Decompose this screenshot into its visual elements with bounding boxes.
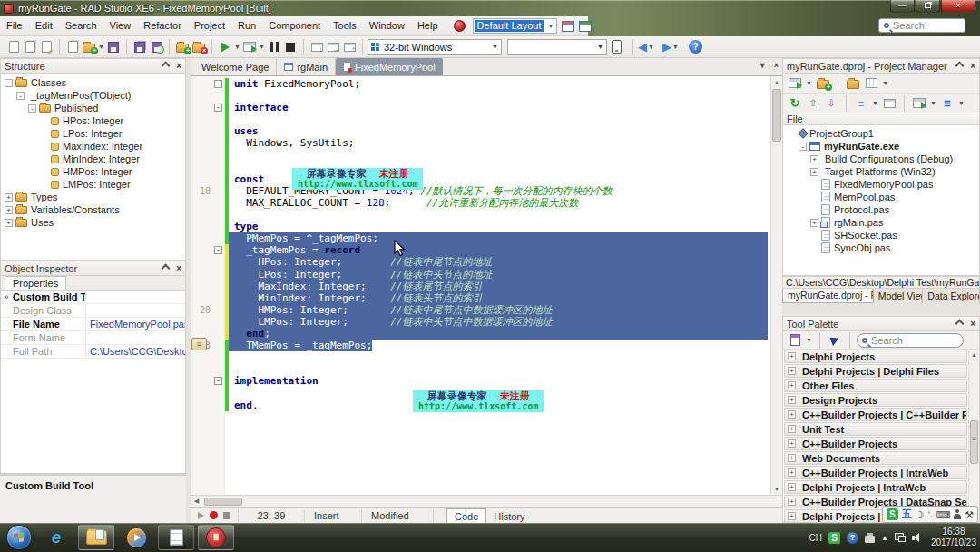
- editor-horizontal-scrollbar[interactable]: ◀: [191, 495, 782, 507]
- menu-run[interactable]: Run: [231, 16, 262, 35]
- structure-node[interactable]: -Published: [1, 102, 185, 114]
- palette-category[interactable]: +Delphi Projects: [784, 350, 967, 363]
- property-row[interactable]: Form Name: [1, 331, 185, 345]
- code-line[interactable]: Windows, SysUtils;: [191, 137, 770, 149]
- palette-category[interactable]: +Design Projects: [784, 393, 967, 407]
- scroll-down-icon[interactable]: ▼: [771, 483, 782, 495]
- code-editor[interactable]: -unit FixedMemoryPool;-interfaceuses Win…: [191, 76, 782, 495]
- printer-tray-icon[interactable]: [865, 536, 875, 543]
- expand-icon[interactable]: +: [788, 352, 796, 360]
- code-line[interactable]: - _tagMemPos = record: [191, 244, 770, 256]
- project-node[interactable]: +Build Configurations (Debug): [783, 153, 979, 165]
- editor-tab-welcome-page[interactable]: Welcome Page: [191, 58, 277, 75]
- project-manager-header[interactable]: myRunGate.dproj - Project Manager ×: [783, 59, 979, 74]
- expand-icon[interactable]: +: [788, 498, 796, 506]
- close-tab-icon[interactable]: ×: [774, 61, 779, 70]
- code-line[interactable]: 10 DEFAULT_MEMORY_COUNT = 1024; //默认情况下，…: [191, 185, 770, 197]
- code-line[interactable]: [191, 150, 770, 162]
- pin-icon[interactable]: [956, 320, 965, 329]
- code-line[interactable]: LMPos: Integer; //链表中头节点中数据缓冲区的地址: [191, 316, 770, 328]
- close-icon[interactable]: ×: [970, 62, 975, 71]
- save-all-button[interactable]: [132, 39, 148, 55]
- pin-icon[interactable]: [956, 62, 965, 71]
- platforms-button[interactable]: ≣: [939, 95, 956, 112]
- step-over-button[interactable]: →: [325, 39, 341, 55]
- expand-icon[interactable]: +: [788, 512, 796, 520]
- code-line[interactable]: MinIndex: Integer; //链表头节点的索引: [191, 292, 770, 304]
- code-line[interactable]: [191, 363, 770, 375]
- build-button[interactable]: [881, 95, 897, 112]
- fold-collapse-icon[interactable]: -: [214, 80, 222, 88]
- add-to-project-button[interactable]: +: [174, 39, 191, 55]
- expand-icon[interactable]: +: [5, 206, 13, 214]
- code-line[interactable]: MaxIndex: Integer; //链表尾节点的索引: [191, 281, 770, 292]
- property-value[interactable]: [86, 291, 185, 303]
- structure-node[interactable]: MinIndex: Integer: [1, 153, 185, 165]
- project-node[interactable]: MemPool.pas: [783, 191, 979, 203]
- ime-user-icon[interactable]: [954, 509, 961, 519]
- palette-category[interactable]: +Web Documents: [784, 451, 967, 465]
- move-up-button[interactable]: ⇧: [805, 95, 821, 112]
- pm-tab-3[interactable]: Data Explorer: [923, 289, 980, 303]
- palette-search-box[interactable]: Search: [857, 333, 964, 348]
- expand-icon[interactable]: +: [810, 155, 818, 163]
- palette-category[interactable]: +Unit Test: [784, 422, 967, 436]
- project-node[interactable]: FixedMemoryPool.pas: [783, 178, 979, 191]
- code-line[interactable]: 23 TMemPos = _tagMemPos;: [191, 340, 770, 351]
- open-recent-button[interactable]: +: [81, 39, 97, 55]
- property-value[interactable]: FixedMemoryPool.pas: [86, 318, 185, 330]
- ime-softkeyboard-icon[interactable]: ⌨: [936, 509, 951, 520]
- structure-node[interactable]: HPos: Integer: [1, 114, 185, 127]
- expand-icon[interactable]: +: [788, 454, 796, 462]
- menu-component[interactable]: Component: [262, 16, 327, 35]
- close-icon[interactable]: ×: [176, 264, 181, 273]
- pause-button[interactable]: [266, 39, 282, 55]
- property-value[interactable]: [86, 331, 185, 344]
- project-node[interactable]: SHSocket.pas: [783, 229, 979, 242]
- trace-into-button[interactable]: ↓: [309, 39, 325, 55]
- object-inspector-header[interactable]: Object Inspector ×: [1, 261, 185, 276]
- structure-node[interactable]: LPos: Integer: [1, 127, 185, 140]
- expand-icon[interactable]: +: [788, 396, 796, 404]
- code-line[interactable]: -interface: [191, 102, 770, 113]
- close-icon[interactable]: ×: [970, 320, 975, 329]
- open-folder-button[interactable]: [845, 75, 861, 92]
- taskbar-clock[interactable]: 16:38 2017/10/23: [931, 527, 976, 548]
- code-line[interactable]: [191, 113, 770, 125]
- terminate-button[interactable]: [282, 39, 299, 55]
- fold-collapse-icon[interactable]: -: [214, 246, 222, 254]
- collapse-icon[interactable]: -: [28, 104, 36, 113]
- structure-node[interactable]: -Classes: [1, 76, 185, 89]
- structure-node[interactable]: +Variables/Constants: [1, 203, 185, 216]
- expand-icon[interactable]: +: [788, 425, 796, 433]
- expand-icon[interactable]: +: [788, 367, 796, 375]
- minimize-button[interactable]: —: [890, 0, 915, 13]
- collapse-icon[interactable]: -: [5, 79, 13, 87]
- ide-search-box[interactable]: Search: [878, 18, 965, 33]
- pin-icon[interactable]: [162, 264, 171, 273]
- back-history-dropdown-icon[interactable]: ▼: [647, 44, 655, 50]
- palette-category[interactable]: +Delphi Projects | Delphi Files: [784, 364, 967, 378]
- open-file-button[interactable]: [22, 39, 38, 55]
- property-row[interactable]: Full PathC:\Users\CCG\Desktop\Delp: [1, 345, 185, 359]
- code-line[interactable]: type: [191, 221, 770, 232]
- menu-search[interactable]: Search: [59, 16, 103, 35]
- collapse-icon[interactable]: -: [16, 92, 24, 100]
- code-line[interactable]: uses: [191, 125, 770, 137]
- scrollbar-thumb[interactable]: [970, 420, 978, 464]
- project-node[interactable]: ProjectGroup1: [783, 127, 979, 140]
- file-column-header[interactable]: File: [783, 113, 979, 125]
- run-until-return-button[interactable]: ↑: [341, 39, 358, 55]
- expand-icon[interactable]: +: [810, 219, 818, 227]
- expand-icon[interactable]: +: [788, 468, 796, 477]
- navigate-back-button[interactable]: ◀: [638, 39, 647, 55]
- add-file-button[interactable]: [64, 39, 81, 55]
- chevron-down-icon[interactable]: ▼: [881, 80, 889, 86]
- chevron-down-icon[interactable]: ▼: [97, 44, 105, 50]
- menu-project[interactable]: Project: [188, 16, 231, 35]
- code-line[interactable]: [191, 90, 770, 102]
- remove-from-project-button[interactable]: ×: [191, 39, 207, 55]
- tab-code[interactable]: Code: [446, 508, 486, 524]
- code-line[interactable]: -implementation: [191, 375, 770, 387]
- run-dropdown-icon[interactable]: ▼: [233, 44, 241, 50]
